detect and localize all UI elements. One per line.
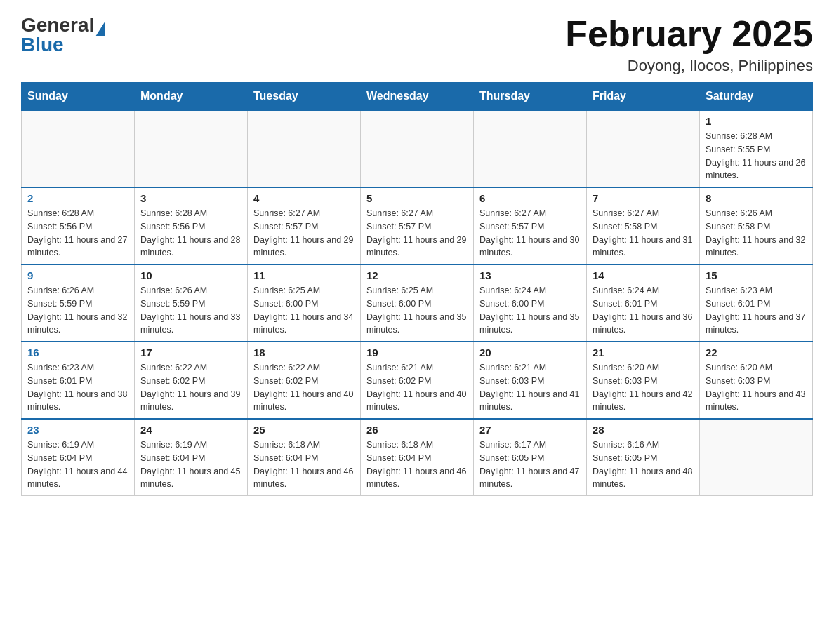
day-info: Sunrise: 6:24 AMSunset: 6:01 PMDaylight:… — [593, 284, 694, 337]
calendar-cell: 5Sunrise: 6:27 AMSunset: 5:57 PMDaylight… — [361, 187, 474, 264]
calendar-row: 9Sunrise: 6:26 AMSunset: 5:59 PMDaylight… — [22, 264, 813, 342]
calendar-cell: 24Sunrise: 6:19 AMSunset: 6:04 PMDayligh… — [135, 419, 248, 496]
calendar-cell: 12Sunrise: 6:25 AMSunset: 6:00 PMDayligh… — [361, 264, 474, 342]
weekday-thursday: Thursday — [474, 83, 587, 111]
day-info: Sunrise: 6:28 AMSunset: 5:55 PMDaylight:… — [706, 130, 807, 182]
title-block: February 2025 Doyong, Ilocos, Philippine… — [565, 14, 813, 75]
day-info: Sunrise: 6:23 AMSunset: 6:01 PMDaylight:… — [27, 361, 128, 414]
day-number: 3 — [140, 192, 241, 204]
day-info: Sunrise: 6:27 AMSunset: 5:58 PMDaylight:… — [593, 207, 694, 260]
day-number: 11 — [253, 269, 355, 281]
day-number: 19 — [366, 347, 468, 358]
logo: General Blue — [21, 14, 105, 56]
calendar-cell: 15Sunrise: 6:23 AMSunset: 6:01 PMDayligh… — [700, 264, 813, 342]
day-number: 9 — [27, 269, 128, 281]
day-number: 16 — [27, 347, 128, 358]
weekday-friday: Friday — [587, 83, 700, 111]
day-info: Sunrise: 6:20 AMSunset: 6:03 PMDaylight:… — [706, 361, 807, 414]
day-info: Sunrise: 6:22 AMSunset: 6:02 PMDaylight:… — [253, 361, 355, 414]
calendar-cell: 8Sunrise: 6:26 AMSunset: 5:58 PMDaylight… — [700, 187, 813, 264]
calendar-row: 16Sunrise: 6:23 AMSunset: 6:01 PMDayligh… — [22, 342, 813, 419]
day-info: Sunrise: 6:22 AMSunset: 6:02 PMDaylight:… — [140, 361, 241, 414]
day-number: 21 — [593, 347, 694, 358]
calendar-cell: 25Sunrise: 6:18 AMSunset: 6:04 PMDayligh… — [248, 419, 361, 496]
day-info: Sunrise: 6:23 AMSunset: 6:01 PMDaylight:… — [706, 284, 807, 337]
calendar-cell: 19Sunrise: 6:21 AMSunset: 6:02 PMDayligh… — [361, 342, 474, 419]
day-number: 14 — [593, 269, 694, 281]
calendar-cell: 2Sunrise: 6:28 AMSunset: 5:56 PMDaylight… — [22, 187, 135, 264]
day-number: 13 — [479, 269, 581, 281]
calendar-cell: 23Sunrise: 6:19 AMSunset: 6:04 PMDayligh… — [22, 419, 135, 496]
day-number: 8 — [706, 192, 807, 204]
day-info: Sunrise: 6:25 AMSunset: 6:00 PMDaylight:… — [366, 284, 468, 337]
day-number: 22 — [706, 347, 807, 358]
calendar-cell: 22Sunrise: 6:20 AMSunset: 6:03 PMDayligh… — [700, 342, 813, 419]
page-header: General Blue February 2025 Doyong, Iloco… — [21, 14, 813, 75]
calendar-cell — [248, 110, 361, 187]
calendar-cell: 11Sunrise: 6:25 AMSunset: 6:00 PMDayligh… — [248, 264, 361, 342]
calendar-cell — [22, 110, 135, 187]
weekday-header-row: SundayMondayTuesdayWednesdayThursdayFrid… — [22, 83, 813, 111]
calendar-cell: 10Sunrise: 6:26 AMSunset: 5:59 PMDayligh… — [135, 264, 248, 342]
calendar-cell: 26Sunrise: 6:18 AMSunset: 6:04 PMDayligh… — [361, 419, 474, 496]
day-info: Sunrise: 6:25 AMSunset: 6:00 PMDaylight:… — [253, 284, 355, 337]
calendar-row: 2Sunrise: 6:28 AMSunset: 5:56 PMDaylight… — [22, 187, 813, 264]
page-subtitle: Doyong, Ilocos, Philippines — [565, 57, 813, 75]
weekday-wednesday: Wednesday — [361, 83, 474, 111]
calendar-body: 1Sunrise: 6:28 AMSunset: 5:55 PMDaylight… — [22, 110, 813, 496]
calendar-cell: 3Sunrise: 6:28 AMSunset: 5:56 PMDaylight… — [135, 187, 248, 264]
day-info: Sunrise: 6:18 AMSunset: 6:04 PMDaylight:… — [253, 438, 355, 491]
logo-text-blue: Blue — [21, 34, 105, 56]
day-info: Sunrise: 6:18 AMSunset: 6:04 PMDaylight:… — [366, 438, 468, 491]
weekday-tuesday: Tuesday — [248, 83, 361, 111]
day-info: Sunrise: 6:26 AMSunset: 5:59 PMDaylight:… — [140, 284, 241, 337]
day-number: 23 — [27, 424, 128, 436]
day-number: 27 — [479, 424, 581, 436]
calendar-cell — [587, 110, 700, 187]
calendar-row: 1Sunrise: 6:28 AMSunset: 5:55 PMDaylight… — [22, 110, 813, 187]
day-info: Sunrise: 6:27 AMSunset: 5:57 PMDaylight:… — [479, 207, 581, 260]
weekday-monday: Monday — [135, 83, 248, 111]
day-number: 26 — [366, 424, 468, 436]
calendar-cell — [361, 110, 474, 187]
calendar-cell: 6Sunrise: 6:27 AMSunset: 5:57 PMDaylight… — [474, 187, 587, 264]
day-info: Sunrise: 6:21 AMSunset: 6:02 PMDaylight:… — [366, 361, 468, 414]
day-number: 5 — [366, 192, 468, 204]
day-number: 17 — [140, 347, 241, 358]
calendar-cell: 18Sunrise: 6:22 AMSunset: 6:02 PMDayligh… — [248, 342, 361, 419]
day-number: 20 — [479, 347, 581, 358]
day-number: 2 — [27, 192, 128, 204]
day-number: 4 — [253, 192, 355, 204]
day-info: Sunrise: 6:28 AMSunset: 5:56 PMDaylight:… — [27, 207, 128, 260]
calendar-cell: 17Sunrise: 6:22 AMSunset: 6:02 PMDayligh… — [135, 342, 248, 419]
day-number: 12 — [366, 269, 468, 281]
day-info: Sunrise: 6:26 AMSunset: 5:59 PMDaylight:… — [27, 284, 128, 337]
calendar-header: SundayMondayTuesdayWednesdayThursdayFrid… — [22, 83, 813, 111]
day-number: 24 — [140, 424, 241, 436]
day-number: 25 — [253, 424, 355, 436]
calendar-cell: 1Sunrise: 6:28 AMSunset: 5:55 PMDaylight… — [700, 110, 813, 187]
day-info: Sunrise: 6:20 AMSunset: 6:03 PMDaylight:… — [593, 361, 694, 414]
calendar-cell: 20Sunrise: 6:21 AMSunset: 6:03 PMDayligh… — [474, 342, 587, 419]
weekday-sunday: Sunday — [22, 83, 135, 111]
day-info: Sunrise: 6:21 AMSunset: 6:03 PMDaylight:… — [479, 361, 581, 414]
calendar-cell: 21Sunrise: 6:20 AMSunset: 6:03 PMDayligh… — [587, 342, 700, 419]
calendar-cell: 16Sunrise: 6:23 AMSunset: 6:01 PMDayligh… — [22, 342, 135, 419]
calendar-cell: 28Sunrise: 6:16 AMSunset: 6:05 PMDayligh… — [587, 419, 700, 496]
day-info: Sunrise: 6:19 AMSunset: 6:04 PMDaylight:… — [27, 438, 128, 491]
day-info: Sunrise: 6:28 AMSunset: 5:56 PMDaylight:… — [140, 207, 241, 260]
calendar-cell: 7Sunrise: 6:27 AMSunset: 5:58 PMDaylight… — [587, 187, 700, 264]
day-number: 10 — [140, 269, 241, 281]
day-info: Sunrise: 6:26 AMSunset: 5:58 PMDaylight:… — [706, 207, 807, 260]
page-title: February 2025 — [565, 14, 813, 54]
weekday-saturday: Saturday — [700, 83, 813, 111]
day-info: Sunrise: 6:17 AMSunset: 6:05 PMDaylight:… — [479, 438, 581, 491]
calendar-cell: 13Sunrise: 6:24 AMSunset: 6:00 PMDayligh… — [474, 264, 587, 342]
calendar-cell: 9Sunrise: 6:26 AMSunset: 5:59 PMDaylight… — [22, 264, 135, 342]
day-number: 1 — [706, 115, 807, 127]
calendar-cell — [474, 110, 587, 187]
day-number: 15 — [706, 269, 807, 281]
calendar-cell: 14Sunrise: 6:24 AMSunset: 6:01 PMDayligh… — [587, 264, 700, 342]
day-info: Sunrise: 6:19 AMSunset: 6:04 PMDaylight:… — [140, 438, 241, 491]
calendar-cell — [135, 110, 248, 187]
